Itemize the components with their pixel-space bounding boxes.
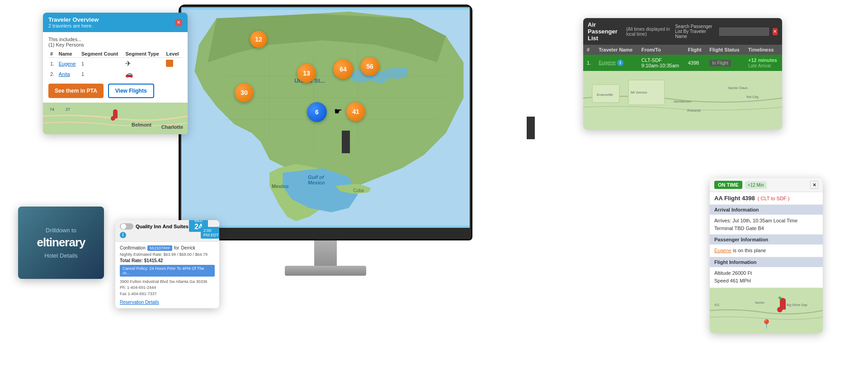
table-row: 2. Anita 1 🚗 [48, 69, 182, 79]
flight-title-row: AA Flight 4398 ( CLT to SDF ) [710, 192, 823, 205]
svg-point-24 [778, 296, 781, 299]
svg-text:Evansville: Evansville [597, 93, 613, 97]
connector-left [342, 131, 350, 153]
traveler-includes: This includes... (1) Key Persons [48, 37, 182, 47]
col-name: Name [57, 50, 80, 58]
passenger-info: Eugene is on this plane [710, 245, 823, 257]
col-fromto-header: From/To [638, 45, 684, 55]
traveler-close-button[interactable]: ✕ [175, 19, 182, 26]
see-them-pta-button[interactable]: See them in PTA [48, 84, 104, 98]
cursor: ☛ [334, 106, 342, 117]
quality-inn-body: Confirmation 561537### for Derrick Night… [115, 242, 219, 309]
speed: Speed 461 MPH [714, 277, 818, 285]
cluster-41[interactable]: 41 [346, 102, 365, 121]
hotel-info-icon[interactable]: i [120, 232, 126, 238]
main-map: United St... Gulf ofMexico Mexico Cuba 1… [181, 7, 470, 228]
passenger-search-input[interactable] [719, 28, 769, 36]
traveler-title: Traveler Overview [48, 16, 99, 23]
hotel-toggle[interactable] [120, 223, 133, 230]
passenger-section-header: Passenger Information [710, 235, 823, 245]
mexico-label: Mexico [272, 184, 288, 189]
col-num: # [48, 50, 57, 58]
level-indicator [166, 60, 173, 67]
traveler-table: # Name Segment Count Segment Type Level … [48, 50, 182, 79]
flight-section-header: Flight Information [710, 257, 823, 267]
eltinerary-label: eltinerary [37, 235, 85, 249]
col-status-header: Flight Status [706, 45, 745, 55]
hotel-details-label: Hotel Details [37, 252, 85, 259]
on-time-badge: ON TIME [714, 181, 742, 189]
cluster-30[interactable]: 30 [235, 83, 254, 102]
svg-text:Tell City: Tell City [746, 95, 759, 99]
air-passenger-card: Air Passenger List (All times displayed … [583, 18, 782, 130]
arrival-info: Arrives: Jul 10th, 10:35am Local TimeTer… [710, 215, 823, 235]
cluster-12[interactable]: 12 [250, 31, 267, 48]
passenger-subtitle: (All times displayed in local time) [626, 27, 671, 37]
altitude: Altitude 26000 Ft [714, 269, 818, 278]
flight-passenger-link[interactable]: Eugene [714, 248, 731, 253]
hotel-teaser-card[interactable]: Drilldown to eltinerary Hotel Details [18, 207, 104, 279]
cal-day: WED [194, 220, 203, 223]
svg-text:Big Stone Gap: Big Stone Gap [787, 303, 807, 307]
col-segment-type: Segment Type [123, 50, 164, 58]
passenger-row: 1. Eugene i CLT-SDF9:10am-10:35am 4398 I… [583, 55, 782, 71]
svg-text:Robards: Robards [687, 108, 701, 113]
col-num-header: # [583, 45, 595, 55]
svg-text:Santa Claus: Santa Claus [728, 86, 748, 90]
flight-route: ( CLT to SDF ) [758, 196, 790, 201]
svg-text:421: 421 [714, 303, 720, 306]
flight-status-badge: In Flight [709, 60, 731, 66]
passenger-mini-map: Evansville Mt Vernon Santa Claus Tell Ci… [583, 71, 782, 130]
cluster-6[interactable]: 6 [307, 102, 327, 122]
col-level: Level [164, 50, 182, 58]
passenger-card-header: Air Passenger List (All times displayed … [583, 18, 782, 45]
passenger-close-button[interactable]: ✕ [773, 28, 778, 35]
svg-text:Norton: Norton [755, 301, 764, 304]
drilldown-label: Drilldown to [37, 227, 85, 234]
map-pin: 📍 [761, 319, 772, 329]
passenger-search-label: Search Passenger List By Traveler Name [675, 24, 717, 39]
table-row: 1. Eugene 1 ✈ [48, 58, 182, 70]
time-delta-badge: +12 Min [745, 181, 767, 189]
time-indicator: 2:00 PM EDT [201, 227, 219, 239]
flight-number: AA Flight 4398 [714, 195, 755, 202]
traveler-overview-card: Traveler Overview 2 travelers are here. … [43, 13, 188, 134]
passenger-info-icon[interactable]: i [617, 60, 623, 66]
timeliness-badge: +12 minutes [748, 57, 777, 63]
connector-right [527, 117, 535, 139]
col-segment-count: Segment Count [80, 50, 124, 58]
passenger-name-link[interactable]: Eugene [599, 60, 616, 65]
hotel-address: 3900 Fulton Industrial Blvd Sw Atlanta G… [120, 279, 215, 297]
timeliness-sub: Late Arrival [748, 63, 771, 68]
svg-text:Henderson: Henderson [674, 99, 691, 104]
flight-mini-map: 421 Norton Big Stone Gap 📍 [710, 288, 823, 333]
cuba-label: Cuba [353, 188, 364, 193]
anita-link[interactable]: Anita [59, 71, 70, 77]
flight-close-button[interactable]: ✕ [810, 181, 818, 189]
map-svg [181, 7, 470, 228]
gulf-label: Gulf ofMexico [308, 174, 325, 185]
flight-card-header: ON TIME +12 Min ✕ [710, 178, 823, 192]
flight-info: Altitude 26000 Ft Speed 461 MPH [710, 267, 823, 288]
reservation-link[interactable]: Reservation Details [120, 300, 215, 305]
col-traveler-header: Traveler Name [595, 45, 638, 55]
view-flights-button[interactable]: View Flights [108, 84, 154, 98]
col-timeliness-header: Timeliness [745, 45, 782, 55]
flight-detail-card: ON TIME +12 Min ✕ AA Flight 4398 ( CLT t… [710, 178, 823, 333]
confirmation-number: 561537### [147, 245, 172, 251]
cluster-64[interactable]: 64 [333, 59, 353, 79]
traveler-mini-map: Belmont Charlotte 74 27 [43, 103, 188, 134]
svg-text:Mt Vernon: Mt Vernon [631, 90, 647, 94]
guest-name: Derrick [181, 245, 195, 250]
traveler-card-header: Traveler Overview 2 travelers are here. … [43, 13, 188, 32]
passenger-table: # Traveler Name From/To Flight Flight St… [583, 45, 782, 71]
nightly-rate: Nightly Estimated Rate: $63.99 / $68.00 … [120, 252, 215, 257]
eugene-link[interactable]: Eugene [59, 61, 76, 66]
traveler-subtitle: 2 travelers are here. [48, 23, 99, 28]
arrival-section-header: Arrival Information [710, 205, 823, 215]
cluster-13[interactable]: 13 [297, 64, 316, 83]
cancel-policy[interactable]: Cancel Policy: 24 Hours Prior To 4PM Of … [120, 265, 215, 277]
cluster-56[interactable]: 56 [360, 57, 379, 76]
passenger-title: Air Passenger List [588, 21, 623, 42]
total-rate: Total Rate: $1415.42 [120, 258, 215, 263]
